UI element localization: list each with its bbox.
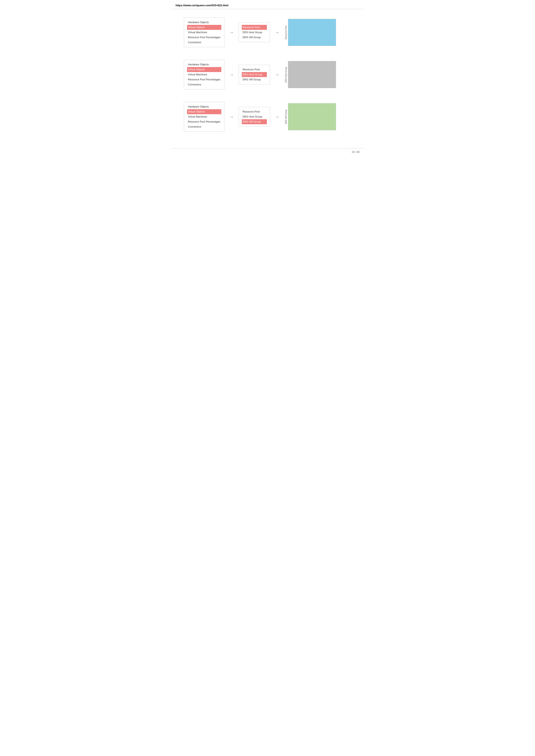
menu-item-2-2[interactable]: Virtual Objects bbox=[187, 67, 221, 72]
sub-panel-2: Resource PoolDRS Host GroupDRS VM Group bbox=[239, 65, 270, 84]
sub-item-2-2[interactable]: DRS Host Group bbox=[242, 72, 267, 77]
header-url[interactable]: https://www.certqueen.com/3V0-622.html bbox=[176, 4, 228, 7]
menu-item-2-4[interactable]: Resource Pool Percentages bbox=[187, 77, 221, 82]
sub-item-3-3[interactable]: DRS VM Group bbox=[242, 119, 267, 124]
right-wrapper-1: Resource Pool bbox=[284, 19, 336, 46]
right-wrapper-2: DRS Host Group bbox=[284, 61, 336, 88]
page-number: 22 / 49 bbox=[352, 150, 359, 153]
menu-item-3-4[interactable]: Resource Pool Percentages bbox=[187, 119, 221, 124]
sub-item-3-2[interactable]: DRS Host Group bbox=[242, 114, 267, 119]
rotated-label-3: DRS VM Group bbox=[285, 109, 287, 124]
menu-item-1-3[interactable]: Virtual Machines bbox=[187, 30, 221, 35]
sub-item-1-2[interactable]: DRS Host Group bbox=[242, 30, 267, 35]
label-container-1: Resource Pool bbox=[284, 19, 288, 46]
rotated-label-2: DRS Host Group bbox=[285, 67, 287, 82]
menu-item-1-5[interactable]: Connectors bbox=[187, 40, 221, 45]
sub-panel-1: Resource PoolDRS Host GroupDRS VM Group bbox=[239, 22, 270, 42]
arrow1-3: → bbox=[230, 115, 234, 119]
menu-item-2-5[interactable]: Connectors bbox=[187, 82, 221, 87]
arrow1-2: → bbox=[230, 72, 234, 77]
diagram-row-2: Hardware ObjectsVirtual ObjectsVirtual M… bbox=[184, 60, 351, 89]
right-wrapper-3: DRS VM Group bbox=[284, 103, 336, 130]
rotated-label-1: Resource Pool bbox=[285, 25, 287, 39]
sub-item-1-3[interactable]: DRS VM Group bbox=[242, 35, 267, 40]
menu-item-1-4[interactable]: Resource Pool Percentages bbox=[187, 35, 221, 40]
menu-item-2-3[interactable]: Virtual Machines bbox=[187, 72, 221, 77]
label-container-2: DRS Host Group bbox=[284, 61, 288, 88]
menu-item-1-1[interactable]: Hardware Objects bbox=[187, 20, 221, 25]
sub-item-2-1[interactable]: Resource Pool bbox=[242, 67, 267, 72]
menu-item-3-1[interactable]: Hardware Objects bbox=[187, 104, 221, 109]
menu-item-2-1[interactable]: Hardware Objects bbox=[187, 62, 221, 67]
color-box-1 bbox=[288, 19, 336, 46]
sub-item-1-1[interactable]: Resource Pool bbox=[242, 25, 267, 30]
menu-item-3-3[interactable]: Virtual Machines bbox=[187, 114, 221, 119]
menu-panel-2: Hardware ObjectsVirtual ObjectsVirtual M… bbox=[184, 60, 224, 89]
sub-item-3-1[interactable]: Resource Pool bbox=[242, 109, 267, 114]
page-content: Hardware ObjectsVirtual ObjectsVirtual M… bbox=[171, 9, 364, 140]
arrow1-1: → bbox=[230, 30, 234, 35]
label-container-3: DRS VM Group bbox=[284, 103, 288, 130]
arrow2-3: → bbox=[275, 115, 279, 119]
arrow2-1: → bbox=[275, 30, 279, 35]
menu-item-3-2[interactable]: Virtual Objects bbox=[187, 109, 221, 114]
menu-panel-1: Hardware ObjectsVirtual ObjectsVirtual M… bbox=[184, 17, 224, 47]
sub-panel-3: Resource PoolDRS Host GroupDRS VM Group bbox=[239, 107, 270, 126]
menu-panel-3: Hardware ObjectsVirtual ObjectsVirtual M… bbox=[184, 102, 224, 132]
page-footer: 22 / 49 bbox=[171, 148, 364, 156]
color-box-3 bbox=[288, 103, 336, 130]
menu-item-3-5[interactable]: Connectors bbox=[187, 124, 221, 129]
sub-item-2-3[interactable]: DRS VM Group bbox=[242, 77, 267, 82]
menu-item-1-2[interactable]: Virtual Objects bbox=[187, 25, 221, 30]
color-box-2 bbox=[288, 61, 336, 88]
arrow2-2: → bbox=[275, 72, 279, 77]
diagram-row-3: Hardware ObjectsVirtual ObjectsVirtual M… bbox=[184, 102, 351, 132]
diagram-row-1: Hardware ObjectsVirtual ObjectsVirtual M… bbox=[184, 17, 351, 47]
page-header: https://www.certqueen.com/3V0-622.html bbox=[171, 0, 364, 9]
